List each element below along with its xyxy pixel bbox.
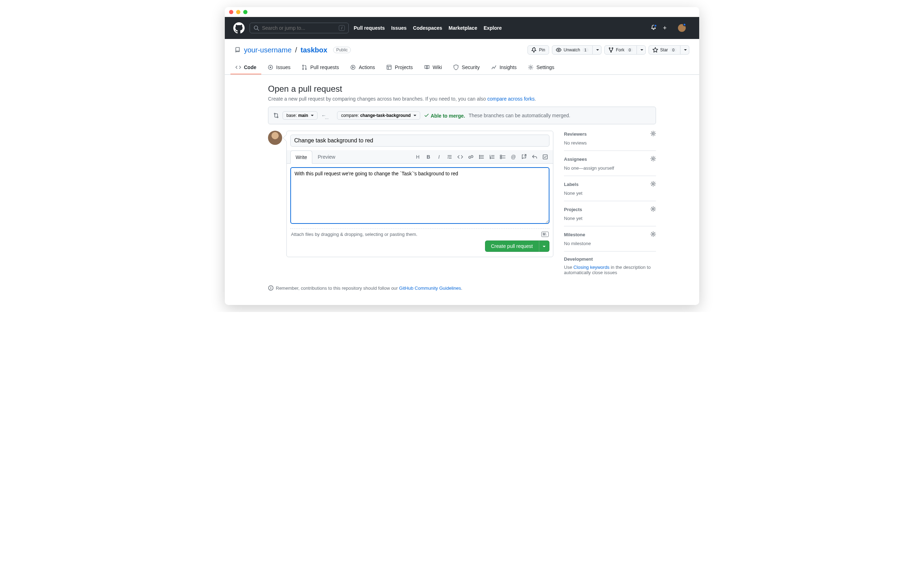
search-input[interactable] — [262, 25, 336, 31]
global-search[interactable]: / — [249, 23, 349, 33]
nav-issues[interactable]: Issues — [391, 25, 407, 31]
chevron-down-icon — [686, 25, 691, 31]
window-close-icon[interactable] — [229, 10, 233, 14]
create-pr-menu[interactable] — [539, 241, 549, 252]
pr-title-input[interactable] — [290, 135, 549, 147]
reviewers-gear-icon[interactable] — [650, 131, 656, 137]
svg-point-1 — [558, 49, 559, 51]
repo-name-link[interactable]: taskbox — [300, 46, 327, 54]
milestone-gear-icon[interactable] — [650, 231, 656, 238]
svg-point-6 — [270, 67, 271, 68]
fork-button[interactable]: Fork 0 — [604, 45, 637, 55]
numbered-list-icon[interactable] — [489, 154, 495, 160]
avatar — [268, 131, 282, 145]
compare-branch-select[interactable]: compare: change-task-background — [337, 111, 420, 120]
nav-marketplace[interactable]: Marketplace — [449, 25, 477, 31]
pr-body-input[interactable] — [290, 167, 549, 224]
quote-icon[interactable] — [447, 154, 452, 160]
eye-icon — [556, 47, 561, 53]
tab-issues[interactable]: Issues — [263, 61, 295, 74]
tab-wiki[interactable]: Wiki — [419, 61, 447, 74]
pin-button[interactable]: Pin — [528, 45, 549, 55]
slash-key-hint: / — [339, 25, 345, 31]
suggestion-icon[interactable] — [542, 154, 548, 160]
user-menu[interactable] — [678, 24, 691, 32]
compare-forks-link[interactable]: compare across forks — [487, 96, 535, 102]
bold-icon[interactable]: B — [426, 154, 431, 160]
reviewers-heading: Reviewers — [564, 131, 587, 137]
assignees-gear-icon[interactable] — [650, 156, 656, 163]
star-button[interactable]: Star 0 — [648, 45, 680, 55]
svg-point-24 — [652, 208, 654, 210]
labels-heading: Labels — [564, 182, 579, 187]
milestone-value: No milestone — [564, 241, 656, 246]
create-pr-button[interactable]: Create pull request — [485, 241, 539, 252]
repo-owner-link[interactable]: your-username — [244, 46, 292, 54]
community-guidelines-link[interactable]: GitHub Community Guidelines — [399, 286, 461, 291]
plus-icon: + — [663, 25, 667, 31]
svg-point-15 — [479, 155, 480, 156]
tab-settings[interactable]: Settings — [523, 61, 559, 74]
tab-insights[interactable]: Insights — [486, 61, 521, 74]
assign-yourself-link[interactable]: assign yourself — [583, 165, 614, 171]
assignees-value: No one—assign yourself — [564, 165, 656, 171]
tab-actions[interactable]: Actions — [345, 61, 380, 74]
window-minimize-icon[interactable] — [236, 10, 240, 14]
create-new-button[interactable]: + — [663, 25, 672, 31]
bulleted-list-icon[interactable] — [478, 154, 484, 160]
tab-preview[interactable]: Preview — [312, 150, 341, 163]
projects-value: None yet — [564, 216, 656, 221]
development-value: Use Closing keywords in the description … — [564, 264, 656, 275]
branch-compare-bar: base: main ← … compare: change-task-back… — [268, 107, 656, 124]
tab-write[interactable]: Write — [290, 150, 312, 164]
labels-value: None yet — [564, 190, 656, 196]
markdown-icon[interactable]: M↓ — [541, 232, 549, 237]
tab-code[interactable]: Code — [231, 61, 261, 74]
visibility-badge: Public — [333, 47, 351, 53]
link-icon[interactable] — [468, 154, 474, 160]
window-maximize-icon[interactable] — [243, 10, 248, 14]
labels-gear-icon[interactable] — [650, 181, 656, 188]
watch-count: 1 — [582, 48, 589, 52]
pr-composer: Write Preview H B I — [286, 131, 553, 257]
svg-point-25 — [652, 233, 654, 235]
tab-security[interactable]: Security — [448, 61, 485, 74]
info-icon — [268, 285, 274, 291]
italic-icon[interactable]: I — [436, 154, 442, 160]
task-list-icon[interactable] — [500, 154, 505, 160]
notifications-button[interactable] — [651, 25, 657, 31]
git-compare-icon — [273, 112, 279, 118]
nav-codespaces[interactable]: Codespaces — [413, 25, 442, 31]
nav-pull-requests[interactable]: Pull requests — [354, 25, 385, 31]
cross-reference-icon[interactable] — [521, 154, 527, 160]
svg-point-12 — [530, 66, 532, 68]
page-subtitle: Create a new pull request by comparing c… — [268, 96, 656, 102]
fork-icon — [608, 47, 614, 53]
tab-pull-requests[interactable]: Pull requests — [297, 61, 344, 74]
unwatch-menu[interactable] — [592, 45, 602, 55]
svg-point-7 — [303, 65, 304, 66]
reviewers-value: No reviews — [564, 140, 656, 145]
star-menu[interactable] — [680, 45, 689, 55]
github-logo-icon[interactable] — [233, 22, 245, 34]
base-branch-select[interactable]: base: main — [282, 111, 318, 120]
attach-hint[interactable]: Attach files by dragging & dropping, sel… — [290, 228, 549, 237]
heading-icon[interactable]: H — [415, 154, 421, 160]
svg-point-23 — [652, 183, 654, 185]
nav-explore[interactable]: Explore — [483, 25, 502, 31]
development-heading: Development — [564, 256, 593, 262]
unwatch-button[interactable]: Unwatch 1 — [552, 45, 592, 55]
star-count: 0 — [670, 48, 676, 52]
window-titlebar — [225, 7, 699, 17]
fork-menu[interactable] — [637, 45, 646, 55]
projects-gear-icon[interactable] — [650, 206, 656, 213]
tab-projects[interactable]: Projects — [381, 61, 418, 74]
svg-rect-18 — [500, 155, 502, 157]
mention-icon[interactable]: @ — [510, 154, 516, 160]
code-icon[interactable] — [457, 154, 463, 160]
contribution-note: Remember, contributions to this reposito… — [268, 285, 656, 291]
reply-icon[interactable] — [532, 154, 538, 160]
check-icon — [424, 112, 429, 118]
closing-keywords-link[interactable]: Closing keywords — [574, 264, 610, 270]
svg-point-17 — [479, 158, 480, 159]
